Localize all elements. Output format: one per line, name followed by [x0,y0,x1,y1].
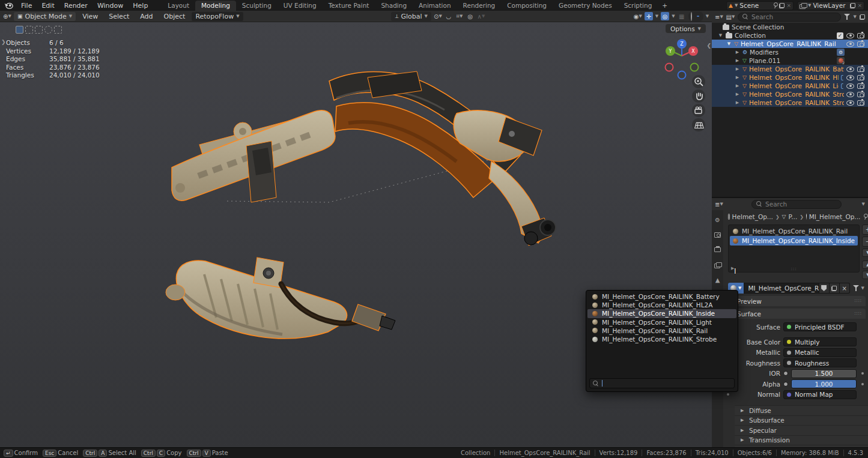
xray-toggle[interactable]: ▦ [678,12,686,20]
select-mode-intersect-icon[interactable] [54,26,62,34]
fake-user-button[interactable] [819,283,830,294]
expand-icon[interactable]: ▶ [735,100,740,105]
gizmo-neg-y-axis[interactable] [691,64,699,71]
outliner-row-rail[interactable]: ▼ ▽ Helmet_OpsCore_RAILINK_Rail [712,40,868,48]
gizmos-dropdown[interactable]: ▼ [655,14,658,19]
expand-icon[interactable]: ▶ [735,75,740,80]
disable-render-icon[interactable] [857,33,864,38]
select-mode-invert-icon[interactable] [44,26,52,34]
disable-render-icon[interactable] [857,75,864,80]
remove-slot-button[interactable]: − [862,237,868,247]
proportional-editing-icon[interactable]: ◎ [466,12,475,20]
disable-render-icon[interactable] [857,100,864,106]
show-object-types-selector[interactable]: ◉▼ [634,12,642,20]
expand-icon[interactable]: ▶ [735,92,740,97]
scene-selector[interactable]: ▲ ▼ Scene × [726,1,794,10]
dropdown-item-strobe[interactable]: MI_Helmet_OpsCore_RAILINK_Strobe [587,335,736,343]
properties-search[interactable] [751,200,842,209]
dropdown-item-battery[interactable]: MI_Helmet_OpsCore_RAILINK_Battery [587,292,736,301]
sidebar-collapse-icon[interactable]: ❮ [706,43,711,49]
mode-selector[interactable]: ▣ Object Mode ▼ [14,12,76,21]
shading-wireframe[interactable] [690,12,693,21]
menu-window[interactable]: Window [93,1,127,10]
surface-shader-field[interactable]: Principled BSDF [783,322,857,331]
view-layer-selector[interactable]: ▼ ViewLayer × [797,1,864,10]
select-mode-subtract-icon[interactable] [35,26,43,34]
hide-viewport-icon[interactable] [846,41,854,47]
select-mode-extend-icon[interactable] [25,26,33,34]
snap-magnet-icon[interactable]: ◡ [445,12,453,20]
tab-texture-paint[interactable]: Texture Paint [323,1,375,11]
tab-animation[interactable]: Animation [413,1,457,11]
disable-render-icon[interactable] [857,92,864,97]
expand-icon[interactable]: ▶ [735,67,740,71]
menu-render[interactable]: Render [60,1,92,10]
tab-sculpting[interactable]: Sculpting [236,1,278,11]
hide-viewport-icon[interactable] [846,33,854,38]
properties-options-icon[interactable]: ▼ [862,202,865,206]
menu-file[interactable]: File [17,1,36,10]
outliner-row-plane011[interactable]: ▶ ▽ Plane.011 2 [712,56,868,65]
gizmo-y-axis[interactable]: Y [669,49,672,54]
outliner-display-mode-icon[interactable]: ▤▼ [726,13,735,21]
shading-material-preview[interactable] [697,16,699,17]
outliner-editor-type-icon[interactable]: ≡▼ [715,13,723,21]
panel-grip-icon[interactable]: ∷∷ [855,298,862,304]
remove-view-layer-icon[interactable]: × [857,3,862,8]
ortho-toggle-button[interactable] [692,118,705,131]
pivot-point-selector[interactable]: ⊙▼ [434,12,442,20]
surface-panel-header[interactable]: ▼ Surface ∷∷ [726,309,866,319]
material-name-field[interactable]: MI_Helmet_OpsCore_RAILINK_In... [744,283,819,294]
output-tab-icon[interactable] [712,245,723,255]
shading-dropdown[interactable]: ▼ [706,14,709,19]
dropdown-item-rail[interactable]: MI_Helmet_OpsCore_RAILINK_Rail [587,327,736,335]
dropdown-search-input[interactable] [605,380,731,387]
editor-type-icon[interactable]: ⊕▼ [3,12,11,20]
material-slot-rail[interactable]: MI_Helmet_OpsCore_RAILINK_Rail [730,226,858,236]
add-slot-button[interactable]: + [862,224,868,235]
select-mode-set-icon[interactable] [16,26,23,34]
disable-render-icon[interactable] [857,67,864,72]
decorator-dot[interactable] [861,372,864,375]
pin-icon[interactable] [772,2,777,8]
slot-specials-menu[interactable]: ▼ [862,249,868,257]
gizmo-z-axis[interactable]: Z [680,41,684,47]
shading-solid[interactable] [694,16,696,17]
outliner-search[interactable] [738,13,841,22]
hide-viewport-icon[interactable] [846,67,854,72]
new-collection-icon[interactable] [860,14,865,20]
new-view-layer-icon[interactable] [850,3,855,8]
camera-view-button[interactable] [692,104,705,117]
gizmo-neg-x-axis[interactable] [666,64,673,71]
new-material-button[interactable] [830,283,840,294]
move-slot-down-button[interactable]: ▼ [862,271,868,279]
snap-target-selector[interactable]: ⌗▼ [455,12,464,20]
outliner-row-scene-collection[interactable]: Scene Collection [712,23,868,31]
outliner-row-modifiers[interactable]: ▶ ⚙ Modifiers ⚙ [712,48,868,56]
base-color-field[interactable]: Multiply [783,337,857,346]
tab-uv-editing[interactable]: UV Editing [278,1,323,11]
panel-grip-icon[interactable]: ∷∷ [855,311,862,316]
zoom-button[interactable] [692,75,705,88]
menu-edit[interactable]: Edit [37,1,58,10]
outliner-row-hl2a[interactable]: ▶ ▽ Helmet_OpsCore_RAILINK_HL2A ʗ [712,73,868,82]
gizmo-neg-z-axis[interactable] [678,71,686,79]
tool-tab-icon[interactable]: ⚙ [712,215,723,224]
add-workspace-button[interactable]: + [658,1,672,10]
menu-viewport-add[interactable]: Add [136,12,157,21]
alpha-slider[interactable]: 1.000 [791,379,857,388]
material-filter-dropdown[interactable]: ▼ [853,285,864,291]
material-slot-list[interactable]: MI_Helmet_OpsCore_RAILINK_Rail MI_Helmet… [728,224,860,273]
breadcrumb-data[interactable]: P... [789,213,798,220]
menu-viewport-object[interactable]: Object [160,12,190,21]
dropdown-item-inside[interactable]: MI_Helmet_OpsCore_RAILINK_Inside [587,309,736,318]
specular-panel-header[interactable]: ▶ Specular [735,425,868,435]
dropdown-item-light[interactable]: MI_Helmet_OpsCore_RAILINK_Light [587,318,736,327]
diffuse-panel-header[interactable]: ▶ Diffuse [735,405,868,415]
tab-rendering[interactable]: Rendering [457,1,502,11]
view-layer-tab-icon[interactable] [712,260,723,270]
modifier-badge-icon[interactable]: ⚙ [837,49,845,56]
overlays-toggle[interactable]: ◎ [661,12,669,20]
material-slot-inside[interactable]: MI_Helmet_OpsCore_RAILINK_Inside [730,236,858,246]
menu-viewport-view[interactable]: View [78,12,102,21]
